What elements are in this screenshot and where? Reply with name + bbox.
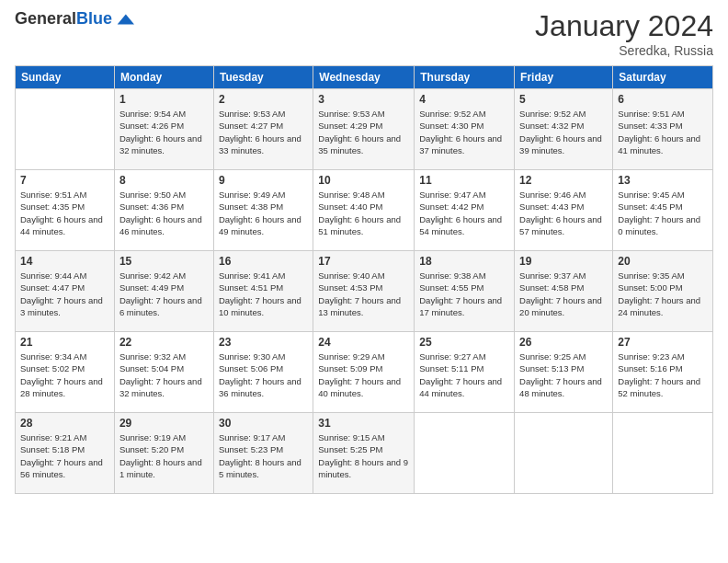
day-cell: 6Sunrise: 9:51 AMSunset: 4:33 PMDaylight…: [613, 89, 713, 170]
day-cell: 21Sunrise: 9:34 AMSunset: 5:02 PMDayligh…: [16, 332, 115, 413]
day-cell: 24Sunrise: 9:29 AMSunset: 5:09 PMDayligh…: [313, 332, 415, 413]
day-info: Sunrise: 9:54 AMSunset: 4:26 PMDaylight:…: [119, 108, 209, 156]
logo-blue-text: Blue: [76, 9, 112, 28]
day-number: 31: [318, 417, 409, 430]
day-cell: 19Sunrise: 9:37 AMSunset: 4:58 PMDayligh…: [515, 251, 613, 332]
day-number: 20: [618, 255, 708, 268]
day-cell: 7Sunrise: 9:51 AMSunset: 4:35 PMDaylight…: [16, 170, 115, 251]
day-number: 27: [618, 336, 708, 349]
day-cell: 27Sunrise: 9:23 AMSunset: 5:16 PMDayligh…: [613, 332, 713, 413]
week-row-3: 21Sunrise: 9:34 AMSunset: 5:02 PMDayligh…: [16, 332, 713, 413]
day-number: 22: [119, 336, 209, 349]
day-cell: 13Sunrise: 9:45 AMSunset: 4:45 PMDayligh…: [613, 170, 713, 251]
day-info: Sunrise: 9:46 AMSunset: 4:43 PMDaylight:…: [519, 189, 608, 237]
day-number: 6: [618, 93, 708, 106]
day-cell: [613, 413, 713, 494]
week-row-0: 1Sunrise: 9:54 AMSunset: 4:26 PMDaylight…: [16, 89, 713, 170]
day-info: Sunrise: 9:53 AMSunset: 4:27 PMDaylight:…: [219, 108, 308, 156]
week-row-4: 28Sunrise: 9:21 AMSunset: 5:18 PMDayligh…: [16, 413, 713, 494]
day-info: Sunrise: 9:52 AMSunset: 4:30 PMDaylight:…: [419, 108, 509, 156]
day-number: 7: [20, 174, 109, 187]
col-monday: Monday: [114, 66, 213, 89]
day-cell: 20Sunrise: 9:35 AMSunset: 5:00 PMDayligh…: [613, 251, 713, 332]
day-info: Sunrise: 9:23 AMSunset: 5:16 PMDaylight:…: [618, 350, 708, 399]
day-info: Sunrise: 9:27 AMSunset: 5:11 PMDaylight:…: [419, 350, 509, 399]
day-cell: 8Sunrise: 9:50 AMSunset: 4:36 PMDaylight…: [114, 170, 213, 251]
day-cell: 29Sunrise: 9:19 AMSunset: 5:20 PMDayligh…: [114, 413, 213, 494]
day-info: Sunrise: 9:50 AMSunset: 4:36 PMDaylight:…: [119, 189, 209, 237]
page: GeneralBlue January 2024 Seredka, Russia…: [0, 0, 728, 563]
day-cell: [16, 89, 115, 170]
day-info: Sunrise: 9:47 AMSunset: 4:42 PMDaylight:…: [419, 189, 509, 237]
col-friday: Friday: [515, 66, 613, 89]
day-info: Sunrise: 9:35 AMSunset: 5:00 PMDaylight:…: [618, 270, 708, 318]
day-cell: 30Sunrise: 9:17 AMSunset: 5:23 PMDayligh…: [213, 413, 313, 494]
day-cell: 4Sunrise: 9:52 AMSunset: 4:30 PMDaylight…: [415, 89, 515, 170]
day-info: Sunrise: 9:53 AMSunset: 4:29 PMDaylight:…: [318, 108, 409, 156]
day-cell: [515, 413, 613, 494]
day-number: 12: [519, 174, 608, 187]
logo: GeneralBlue: [15, 9, 134, 29]
day-info: Sunrise: 9:21 AMSunset: 5:18 PMDaylight:…: [20, 431, 109, 480]
day-info: Sunrise: 9:38 AMSunset: 4:55 PMDaylight:…: [419, 270, 509, 318]
day-info: Sunrise: 9:42 AMSunset: 4:49 PMDaylight:…: [119, 270, 209, 318]
day-info: Sunrise: 9:17 AMSunset: 5:23 PMDaylight:…: [219, 431, 308, 480]
day-number: 11: [419, 174, 509, 187]
day-info: Sunrise: 9:41 AMSunset: 4:51 PMDaylight:…: [219, 270, 308, 318]
logo-general-text: General: [15, 9, 76, 28]
col-saturday: Saturday: [613, 66, 713, 89]
day-cell: 16Sunrise: 9:41 AMSunset: 4:51 PMDayligh…: [213, 251, 313, 332]
day-info: Sunrise: 9:48 AMSunset: 4:40 PMDaylight:…: [318, 189, 409, 237]
month-title: January 2024: [535, 9, 713, 43]
day-cell: 31Sunrise: 9:15 AMSunset: 5:25 PMDayligh…: [313, 413, 415, 494]
day-info: Sunrise: 9:44 AMSunset: 4:47 PMDaylight:…: [20, 270, 109, 318]
day-cell: 18Sunrise: 9:38 AMSunset: 4:55 PMDayligh…: [415, 251, 515, 332]
day-number: 9: [219, 174, 308, 187]
day-info: Sunrise: 9:34 AMSunset: 5:02 PMDaylight:…: [20, 350, 109, 399]
day-number: 21: [20, 336, 109, 349]
day-info: Sunrise: 9:40 AMSunset: 4:53 PMDaylight:…: [318, 270, 409, 318]
week-row-1: 7Sunrise: 9:51 AMSunset: 4:35 PMDaylight…: [16, 170, 713, 251]
day-number: 3: [318, 93, 409, 106]
day-number: 10: [318, 174, 409, 187]
svg-marker-0: [118, 15, 134, 25]
day-number: 30: [219, 417, 308, 430]
col-thursday: Thursday: [415, 66, 515, 89]
day-cell: 26Sunrise: 9:25 AMSunset: 5:13 PMDayligh…: [515, 332, 613, 413]
day-cell: 5Sunrise: 9:52 AMSunset: 4:32 PMDaylight…: [515, 89, 613, 170]
day-info: Sunrise: 9:52 AMSunset: 4:32 PMDaylight:…: [519, 108, 608, 156]
day-number: 15: [119, 255, 209, 268]
day-number: 19: [519, 255, 608, 268]
day-number: 2: [219, 93, 308, 106]
day-number: 8: [119, 174, 209, 187]
day-cell: 1Sunrise: 9:54 AMSunset: 4:26 PMDaylight…: [114, 89, 213, 170]
day-cell: 22Sunrise: 9:32 AMSunset: 5:04 PMDayligh…: [114, 332, 213, 413]
day-cell: 9Sunrise: 9:49 AMSunset: 4:38 PMDaylight…: [213, 170, 313, 251]
day-number: 18: [419, 255, 509, 268]
day-cell: 2Sunrise: 9:53 AMSunset: 4:27 PMDaylight…: [213, 89, 313, 170]
day-number: 1: [119, 93, 209, 106]
day-number: 26: [519, 336, 608, 349]
day-number: 4: [419, 93, 509, 106]
day-info: Sunrise: 9:29 AMSunset: 5:09 PMDaylight:…: [318, 350, 409, 399]
day-cell: 15Sunrise: 9:42 AMSunset: 4:49 PMDayligh…: [114, 251, 213, 332]
header-row: Sunday Monday Tuesday Wednesday Thursday…: [16, 66, 713, 89]
day-number: 16: [219, 255, 308, 268]
day-cell: 28Sunrise: 9:21 AMSunset: 5:18 PMDayligh…: [16, 413, 115, 494]
day-number: 14: [20, 255, 109, 268]
day-number: 28: [20, 417, 109, 430]
day-number: 17: [318, 255, 409, 268]
day-cell: 11Sunrise: 9:47 AMSunset: 4:42 PMDayligh…: [415, 170, 515, 251]
day-info: Sunrise: 9:30 AMSunset: 5:06 PMDaylight:…: [219, 350, 308, 399]
day-number: 13: [618, 174, 708, 187]
day-info: Sunrise: 9:37 AMSunset: 4:58 PMDaylight:…: [519, 270, 608, 318]
day-info: Sunrise: 9:25 AMSunset: 5:13 PMDaylight:…: [519, 350, 608, 399]
day-info: Sunrise: 9:49 AMSunset: 4:38 PMDaylight:…: [219, 189, 308, 237]
col-wednesday: Wednesday: [313, 66, 415, 89]
day-cell: 3Sunrise: 9:53 AMSunset: 4:29 PMDaylight…: [313, 89, 415, 170]
day-number: 24: [318, 336, 409, 349]
day-cell: [415, 413, 515, 494]
day-info: Sunrise: 9:15 AMSunset: 5:25 PMDaylight:…: [318, 431, 409, 480]
day-cell: 14Sunrise: 9:44 AMSunset: 4:47 PMDayligh…: [16, 251, 115, 332]
header: GeneralBlue January 2024 Seredka, Russia: [15, 9, 713, 58]
